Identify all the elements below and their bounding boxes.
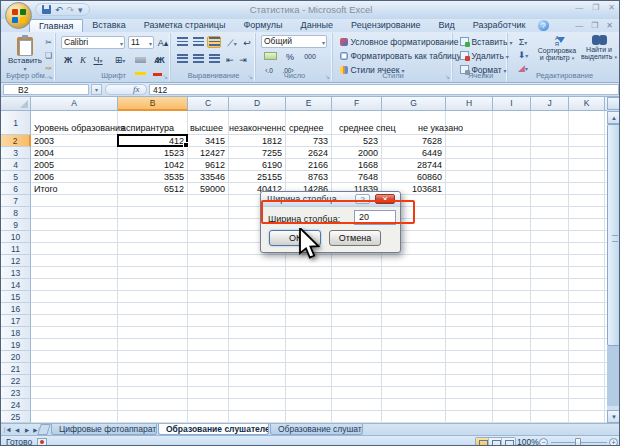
cell-D12[interactable] <box>229 255 286 267</box>
cell-K19[interactable] <box>569 339 605 351</box>
decrease-indent-icon[interactable]: ⇤ <box>223 53 237 65</box>
vscroll-split-handle[interactable] <box>607 97 620 110</box>
row-header-21[interactable]: 21 <box>1 363 31 375</box>
cell-D15[interactable] <box>229 291 286 303</box>
cell-H19[interactable] <box>446 339 493 351</box>
cell-G13[interactable] <box>382 267 446 279</box>
cell-H17[interactable] <box>446 315 493 327</box>
cell-C11[interactable] <box>188 243 229 255</box>
cell-A11[interactable] <box>31 243 118 255</box>
cell-D16[interactable] <box>229 303 286 315</box>
cell-F22[interactable] <box>332 375 382 387</box>
cell-F19[interactable] <box>332 339 382 351</box>
cell-G3[interactable]: 6449 <box>382 147 446 159</box>
cell-I21[interactable] <box>493 363 531 375</box>
cell-D24[interactable] <box>229 399 286 411</box>
row-header-10[interactable]: 10 <box>1 231 31 243</box>
cell-I11[interactable] <box>493 243 531 255</box>
restore-icon[interactable]: ❐ <box>592 3 599 12</box>
cell-F4[interactable]: 1668 <box>332 159 382 171</box>
row-header-2[interactable]: 2 <box>1 135 31 147</box>
worksheet-grid[interactable]: 2003412341518127335237628200415231242772… <box>31 111 620 423</box>
cell-J24[interactable] <box>531 399 569 411</box>
cells-item-0[interactable]: Вставить▾ <box>460 36 512 48</box>
cell-C19[interactable] <box>188 339 229 351</box>
cell-I4[interactable] <box>493 159 531 171</box>
ribbon-tab-7[interactable]: Разработчик <box>464 19 534 32</box>
cell-J25[interactable] <box>531 411 569 423</box>
cell-F5[interactable]: 7648 <box>332 171 382 183</box>
cell-D2[interactable]: 1812 <box>229 135 286 147</box>
cell-J18[interactable] <box>531 327 569 339</box>
row-header-22[interactable]: 22 <box>1 375 31 387</box>
column-header-A[interactable]: A <box>31 97 118 111</box>
row-header-20[interactable]: 20 <box>1 351 31 363</box>
cell-F17[interactable] <box>332 315 382 327</box>
increase-indent-icon[interactable]: ⇥ <box>236 53 250 65</box>
column-header-D[interactable]: D <box>229 97 286 111</box>
cell-G18[interactable] <box>382 327 446 339</box>
cell-E19[interactable] <box>286 339 332 351</box>
sort-filter-button[interactable]: АЯ Сортировкаи фильтр ▾ <box>537 35 577 61</box>
cell-K22[interactable] <box>569 375 605 387</box>
cell-K13[interactable] <box>569 267 605 279</box>
cell-E16[interactable] <box>286 303 332 315</box>
cell-A18[interactable] <box>31 327 118 339</box>
cell-G12[interactable] <box>382 255 446 267</box>
cell-H4[interactable] <box>446 159 493 171</box>
cell-C5[interactable]: 33546 <box>188 171 229 183</box>
cell-H25[interactable] <box>446 411 493 423</box>
ribbon-tab-6[interactable]: Вид <box>430 19 464 32</box>
first-sheet-icon[interactable]: ⏐◀ <box>3 425 11 435</box>
cell-B19[interactable] <box>118 339 188 351</box>
cell-C23[interactable] <box>188 387 229 399</box>
ribbon-tab-2[interactable]: Разметка страницы <box>135 19 235 32</box>
cell-J13[interactable] <box>531 267 569 279</box>
cell-H22[interactable] <box>446 375 493 387</box>
cell-B16[interactable] <box>118 303 188 315</box>
cell-I8[interactable] <box>493 207 531 219</box>
bold-button-dup[interactable]: Ж <box>61 53 75 65</box>
office-button[interactable] <box>5 2 32 29</box>
borders-icon[interactable]: ⊞▾ <box>113 53 127 65</box>
cell-B12[interactable] <box>118 255 188 267</box>
percent-style-button[interactable]: % <box>283 50 297 62</box>
row-header-14[interactable]: 14 <box>1 279 31 291</box>
select-all-corner[interactable] <box>1 97 31 111</box>
cell-B23[interactable] <box>118 387 188 399</box>
cell-J5[interactable] <box>531 171 569 183</box>
save-icon[interactable] <box>42 5 51 14</box>
cell-D3[interactable]: 7255 <box>229 147 286 159</box>
cell-F16[interactable] <box>332 303 382 315</box>
cell-D5[interactable]: 25155 <box>229 171 286 183</box>
cell-I19[interactable] <box>493 339 531 351</box>
cell-B6[interactable]: 6512 <box>118 183 188 195</box>
ribbon-tab-0[interactable]: Главная <box>29 19 83 32</box>
cell-A17[interactable] <box>31 315 118 327</box>
cell-J2[interactable] <box>531 135 569 147</box>
cell-H13[interactable] <box>446 267 493 279</box>
column-header-F[interactable]: F <box>332 97 382 111</box>
align-right-icon[interactable] <box>207 53 221 65</box>
vertical-scrollbar[interactable]: ▲ ▼ <box>607 97 620 423</box>
align-center-icon[interactable] <box>191 53 205 65</box>
cell-C16[interactable] <box>188 303 229 315</box>
cell-B9[interactable] <box>118 219 188 231</box>
cell-I25[interactable] <box>493 411 531 423</box>
find-select-button[interactable]: Найти ивыделить ▾ <box>579 35 619 60</box>
cell-E5[interactable]: 8763 <box>286 171 332 183</box>
cell-J16[interactable] <box>531 303 569 315</box>
cell-C7[interactable] <box>188 195 229 207</box>
cell-A16[interactable] <box>31 303 118 315</box>
alignment-dialog-launcher-icon[interactable]: ↘ <box>248 73 253 80</box>
normal-view-icon[interactable] <box>476 438 489 446</box>
cell-G20[interactable] <box>382 351 446 363</box>
cell-K8[interactable] <box>569 207 605 219</box>
column-header-C[interactable]: C <box>188 97 229 111</box>
cell-I7[interactable] <box>493 195 531 207</box>
cell-K7[interactable] <box>569 195 605 207</box>
cell-H15[interactable] <box>446 291 493 303</box>
cell-E24[interactable] <box>286 399 332 411</box>
cell-K21[interactable] <box>569 363 605 375</box>
cell-J17[interactable] <box>531 315 569 327</box>
